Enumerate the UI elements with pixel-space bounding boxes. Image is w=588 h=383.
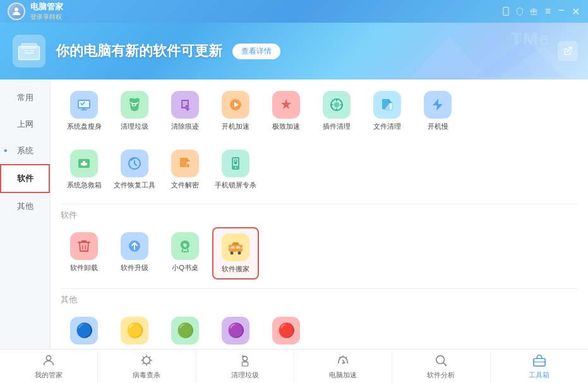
svg-rect-19 bbox=[183, 105, 186, 107]
icon-circle-system-slim bbox=[70, 91, 98, 119]
svg-rect-6 bbox=[21, 44, 37, 49]
svg-marker-11 bbox=[449, 30, 537, 77]
svg-point-47 bbox=[231, 251, 234, 254]
icon-circle-file-clean bbox=[373, 91, 401, 119]
svg-rect-27 bbox=[390, 103, 392, 110]
icon-circle-clean-trash bbox=[121, 91, 148, 119]
svg-marker-12 bbox=[474, 39, 563, 77]
icon-label-other4: 其他4 bbox=[227, 348, 244, 349]
sidebar-item-qita[interactable]: 其他 bbox=[0, 193, 50, 220]
nav-item-speed[interactable]: 电脑加速 bbox=[294, 350, 392, 383]
icon-item-software-mover[interactable]: 软件搬家 bbox=[212, 227, 259, 280]
icon-circle-other3: 🟢 bbox=[171, 317, 199, 345]
svg-rect-38 bbox=[188, 165, 189, 167]
icon-item-upgrade[interactable]: 软件升级 bbox=[111, 227, 158, 280]
icon-item-other2[interactable]: 🟡其他2 bbox=[111, 312, 158, 349]
icon-circle-uninstall bbox=[70, 232, 98, 260]
icon-circle-other5: 🔴 bbox=[272, 317, 300, 345]
sidebar-item-ruanjian[interactable]: 软件 bbox=[0, 164, 50, 193]
svg-rect-15 bbox=[79, 101, 89, 107]
icon-item-plugin-clean[interactable]: 插件清理 bbox=[313, 86, 360, 136]
nav-icon-virus bbox=[140, 353, 153, 369]
shield-icon[interactable] bbox=[515, 6, 525, 16]
icon-item-emergency[interactable]: 系统急救箱 bbox=[61, 144, 107, 194]
icon-circle-xiaQ-desktop bbox=[171, 232, 199, 260]
icon-label-other5: 其他5 bbox=[277, 348, 295, 349]
nav-icon-manager bbox=[42, 353, 56, 369]
svg-marker-10 bbox=[411, 36, 487, 77]
corner-button[interactable] bbox=[558, 41, 578, 61]
icon-item-clear-trace[interactable]: 清除痕迹 bbox=[162, 86, 208, 136]
sidebar: 常用 上网 系统 软件 其他 bbox=[0, 80, 51, 349]
icon-item-boot-speed[interactable]: 开机加速 bbox=[212, 86, 259, 136]
nav-item-analysis[interactable]: 软件分析 bbox=[392, 350, 490, 383]
icon-circle-file-decrypt bbox=[171, 150, 199, 177]
icon-item-system-slim[interactable]: 系统盘瘦身 bbox=[61, 86, 107, 136]
icon-label-other2: 其他2 bbox=[126, 348, 143, 349]
icon-item-xiaQ-desktop[interactable]: 小Q书桌 bbox=[162, 227, 208, 280]
svg-point-0 bbox=[15, 8, 18, 11]
sidebar-item-xitong[interactable]: 系统 bbox=[0, 138, 50, 164]
nav-item-manager[interactable]: 我的管家 bbox=[0, 350, 98, 383]
icon-label-file-clean: 文件清理 bbox=[373, 122, 401, 131]
icon-item-uninstall[interactable]: 软件卸载 bbox=[61, 227, 107, 280]
titlebar-left: 电脑管家 登录享特权 bbox=[8, 1, 63, 21]
icon-item-file-clean[interactable]: 文件清理 bbox=[364, 86, 411, 136]
svg-marker-35 bbox=[186, 158, 190, 162]
icon-circle-boot-speed bbox=[222, 91, 249, 119]
sidebar-item-changyong[interactable]: 常用 bbox=[0, 85, 50, 111]
titlebar-controls: ≡ − ✕ bbox=[501, 5, 580, 18]
svg-point-24 bbox=[334, 102, 339, 107]
svg-rect-56 bbox=[242, 362, 248, 365]
svg-point-52 bbox=[46, 355, 51, 360]
menu-icon[interactable]: ≡ bbox=[543, 6, 553, 16]
avatar[interactable] bbox=[8, 3, 25, 20]
icon-label-file-decrypt: 文件解密 bbox=[171, 180, 199, 189]
view-detail-button[interactable]: 查看详情 bbox=[232, 44, 280, 59]
nav-label-toolbox: 工具箱 bbox=[529, 370, 549, 380]
titlebar-info: 电脑管家 登录享特权 bbox=[30, 1, 63, 21]
svg-rect-50 bbox=[236, 246, 239, 249]
svg-rect-18 bbox=[183, 103, 188, 105]
icon-item-file-decrypt[interactable]: 文件解密 bbox=[162, 144, 208, 194]
nav-item-virus[interactable]: 病毒查杀 bbox=[98, 350, 196, 383]
icon-item-clean-trash[interactable]: 清理垃圾 bbox=[111, 86, 158, 136]
icon-circle-other1: 🔵 bbox=[70, 317, 98, 345]
close-icon[interactable]: ✕ bbox=[570, 6, 580, 16]
icon-item-extreme-speed[interactable]: 极致加速 bbox=[263, 86, 309, 136]
icon-label-other3: 其他3 bbox=[176, 348, 194, 349]
svg-rect-1 bbox=[503, 8, 508, 16]
nav-label-clean: 清理垃圾 bbox=[231, 370, 259, 380]
titlebar: 电脑管家 登录享特权 ≡ − ✕ bbox=[0, 0, 588, 23]
section-divider bbox=[61, 204, 578, 204]
svg-marker-51 bbox=[232, 242, 239, 245]
mobile-icon[interactable] bbox=[501, 6, 511, 16]
svg-point-54 bbox=[243, 356, 247, 360]
icon-item-file-restore[interactable]: 文件恢复工具 bbox=[111, 144, 158, 194]
icon-label-plugin-clean: 插件清理 bbox=[323, 122, 351, 131]
nav-item-toolbox[interactable]: 工具箱 bbox=[491, 350, 588, 383]
svg-rect-17 bbox=[183, 102, 188, 103]
software-section-title: 软件 bbox=[61, 209, 578, 221]
icon-item-other3[interactable]: 🟢其他3 bbox=[162, 312, 208, 349]
icon-circle-extreme-speed bbox=[272, 91, 300, 119]
icon-item-other1[interactable]: 🔵其他1 bbox=[61, 312, 107, 349]
icon-item-other5[interactable]: 🔴其他5 bbox=[263, 312, 309, 349]
nav-icon-speed bbox=[336, 353, 350, 369]
changyong-grid-1: 系统盘瘦身清理垃圾清除痕迹开机加速极致加速插件清理文件清理开机慢 bbox=[61, 86, 578, 136]
nav-label-manager: 我的管家 bbox=[35, 370, 63, 380]
icon-item-other4[interactable]: 🟣其他4 bbox=[212, 312, 259, 349]
nav-icon-toolbox bbox=[532, 353, 546, 369]
svg-point-41 bbox=[235, 167, 236, 168]
icon-item-phone-lock[interactable]: 手机锁屏专杀 bbox=[212, 144, 259, 194]
icon-label-xiaQ-desktop: 小Q书桌 bbox=[172, 263, 198, 272]
svg-point-48 bbox=[238, 251, 241, 254]
svg-rect-8 bbox=[30, 50, 34, 52]
header-banner: 你的电脑有新的软件可更新 查看详情 TMe bbox=[0, 23, 588, 80]
sidebar-item-shangwang[interactable]: 上网 bbox=[0, 111, 50, 138]
app-subtitle[interactable]: 登录享特权 bbox=[30, 13, 63, 21]
minimize-icon[interactable]: − bbox=[556, 5, 567, 15]
gift-icon[interactable] bbox=[529, 6, 539, 16]
nav-item-clean[interactable]: 清理垃圾 bbox=[196, 350, 294, 383]
icon-item-slow-boot[interactable]: 开机慢 bbox=[414, 86, 461, 136]
